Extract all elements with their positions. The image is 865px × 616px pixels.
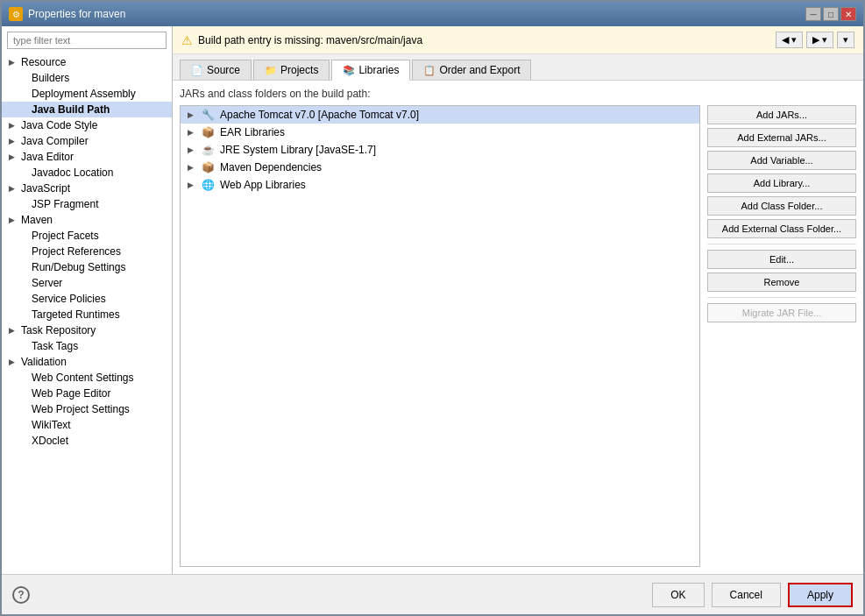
sidebar-item-java-build-path[interactable]: Java Build Path (2, 102, 172, 117)
tree-arrow-java-compiler (9, 137, 18, 145)
sidebar-item-web-content[interactable]: Web Content Settings (2, 370, 172, 386)
sidebar-item-web-project-settings[interactable]: Web Project Settings (2, 401, 172, 417)
build-path-tree: ▶ 🔧 Apache Tomcat v7.0 [Apache Tomcat v7… (180, 105, 700, 567)
add-external-class-folder-button[interactable]: Add External Class Folder... (707, 219, 856, 238)
add-jars-button[interactable]: Add JARs... (707, 105, 856, 124)
icon-jre: ☕ (202, 144, 215, 156)
sidebar-item-server[interactable]: Server (2, 275, 172, 291)
sidebar-label-web-proj: Web Project Settings (32, 403, 130, 415)
label-jre: JRE System Library [JavaSE-1.7] (220, 144, 376, 156)
sidebar-item-java-compiler[interactable]: Java Compiler (2, 133, 172, 149)
tab-source-label: Source (207, 64, 240, 76)
tab-order-export[interactable]: 📋 Order and Export (412, 60, 531, 80)
sidebar-label-maven: Maven (21, 214, 53, 226)
label-tomcat: Apache Tomcat v7.0 [Apache Tomcat v7.0] (220, 109, 419, 121)
sidebar-label-jsp: JSP Fragment (32, 198, 98, 210)
build-item-web-app[interactable]: ▶ 🌐 Web App Libraries (181, 176, 699, 194)
edit-button[interactable]: Edit... (707, 250, 856, 269)
sidebar-label-service: Service Policies (32, 293, 106, 305)
sidebar-label-javadoc: Javadoc Location (32, 166, 113, 179)
tree-arrow-task-repo (9, 326, 18, 335)
close-button[interactable]: ✕ (840, 7, 856, 21)
tree-arrow-validation (9, 358, 18, 366)
sidebar-item-maven[interactable]: Maven (2, 212, 172, 228)
sidebar-label-web-content: Web Content Settings (32, 372, 134, 384)
ok-button[interactable]: OK (652, 583, 704, 607)
tab-source[interactable]: 📄 Source (180, 60, 252, 80)
label-ear: EAR Libraries (220, 126, 285, 138)
dialog: ⚙ Properties for maven ─ □ ✕ Resource Bu… (0, 0, 865, 616)
add-class-folder-button[interactable]: Add Class Folder... (707, 196, 856, 216)
sidebar-label-web-page: Web Page Editor (32, 387, 111, 400)
sidebar-item-task-tags[interactable]: Task Tags (2, 338, 172, 354)
forward-button[interactable]: ▶ ▾ (806, 32, 833, 48)
cancel-button[interactable]: Cancel (712, 583, 781, 607)
sidebar-item-javascript[interactable]: JavaScript (2, 181, 172, 196)
sidebar-item-project-refs[interactable]: Project References (2, 244, 172, 259)
panel-content: JARs and class folders on the build path… (173, 81, 863, 574)
label-web-app: Web App Libraries (220, 179, 306, 191)
main-panel: ⚠ Build path entry is missing: maven/src… (173, 26, 863, 574)
sidebar-item-wikitext[interactable]: WikiText (2, 417, 172, 433)
tab-projects-label: Projects (280, 64, 318, 76)
sidebar-item-java-editor[interactable]: Java Editor (2, 149, 172, 165)
sidebar: Resource Builders Deployment Assembly Ja… (2, 26, 173, 574)
tree-arrow-javascript (9, 184, 18, 193)
title-bar: ⚙ Properties for maven ─ □ ✕ (2, 2, 863, 26)
warning-bar: ⚠ Build path entry is missing: maven/src… (173, 26, 863, 54)
sidebar-label-builders: Builders (32, 72, 69, 84)
sidebar-label-java-code: Java Code Style (21, 119, 97, 131)
icon-ear: 📦 (202, 126, 215, 138)
build-item-jre[interactable]: ▶ ☕ JRE System Library [JavaSE-1.7] (181, 141, 699, 159)
sidebar-label-java-compiler: Java Compiler (21, 135, 89, 147)
maximize-button[interactable]: □ (823, 7, 839, 21)
sidebar-item-resource[interactable]: Resource (2, 54, 172, 70)
build-path-panel: ▶ 🔧 Apache Tomcat v7.0 [Apache Tomcat v7… (180, 105, 856, 567)
sidebar-item-javadoc[interactable]: Javadoc Location (2, 165, 172, 181)
sidebar-item-service-policies[interactable]: Service Policies (2, 291, 172, 307)
sidebar-item-builders[interactable]: Builders (2, 70, 172, 86)
sidebar-label-task-tags: Task Tags (32, 340, 78, 352)
sidebar-label-java-build: Java Build Path (32, 103, 110, 116)
build-item-maven-deps[interactable]: ▶ 📦 Maven Dependencies (181, 159, 699, 176)
filter-input[interactable] (7, 32, 167, 49)
back-button[interactable]: ◀ ▾ (776, 32, 803, 48)
projects-tab-icon: 📁 (265, 65, 277, 76)
sidebar-item-jsp-fragment[interactable]: JSP Fragment (2, 196, 172, 212)
order-tab-icon: 📋 (423, 65, 436, 76)
add-variable-button[interactable]: Add Variable... (707, 151, 856, 170)
sidebar-item-project-facets[interactable]: Project Facets (2, 228, 172, 244)
tree-arrow-java-editor (9, 152, 18, 161)
arrow-ear: ▶ (188, 128, 196, 137)
sidebar-item-xdoclet[interactable]: XDoclet (2, 433, 172, 449)
tab-libraries[interactable]: 📚 Libraries (331, 60, 410, 81)
sidebar-item-java-code-style[interactable]: Java Code Style (2, 117, 172, 133)
arrow-maven-deps: ▶ (188, 163, 196, 172)
tabs-container: 📄 Source 📁 Projects 📚 Libraries 📋 Order … (173, 54, 863, 81)
remove-button[interactable]: Remove (707, 273, 856, 292)
more-button[interactable]: ▾ (837, 32, 854, 48)
sidebar-label-run-debug: Run/Debug Settings (32, 261, 125, 273)
build-item-tomcat[interactable]: ▶ 🔧 Apache Tomcat v7.0 [Apache Tomcat v7… (181, 106, 699, 124)
sidebar-label-deployment: Deployment Assembly (32, 88, 136, 100)
sidebar-item-task-repository[interactable]: Task Repository (2, 322, 172, 338)
minimize-button[interactable]: ─ (805, 7, 821, 21)
add-external-jars-button[interactable]: Add External JARs... (707, 128, 856, 147)
sidebar-item-run-debug[interactable]: Run/Debug Settings (2, 259, 172, 275)
apply-button[interactable]: Apply (788, 583, 853, 607)
dialog-icon: ⚙ (9, 7, 23, 21)
sidebar-item-targeted-runtimes[interactable]: Targeted Runtimes (2, 307, 172, 322)
action-buttons-panel: Add JARs... Add External JARs... Add Var… (707, 105, 856, 567)
label-maven-deps: Maven Dependencies (220, 161, 322, 173)
add-library-button[interactable]: Add Library... (707, 173, 856, 193)
tree-arrow-maven (9, 216, 18, 224)
help-button[interactable]: ? (12, 586, 30, 604)
sidebar-item-web-page-editor[interactable]: Web Page Editor (2, 386, 172, 401)
tab-projects[interactable]: 📁 Projects (253, 60, 330, 80)
migrate-jar-button[interactable]: Migrate JAR File... (707, 303, 856, 322)
arrow-web-app: ▶ (188, 181, 196, 189)
arrow-tomcat: ▶ (188, 110, 196, 119)
sidebar-item-validation[interactable]: Validation (2, 354, 172, 370)
build-item-ear[interactable]: ▶ 📦 EAR Libraries (181, 124, 699, 141)
sidebar-item-deployment-assembly[interactable]: Deployment Assembly (2, 86, 172, 102)
